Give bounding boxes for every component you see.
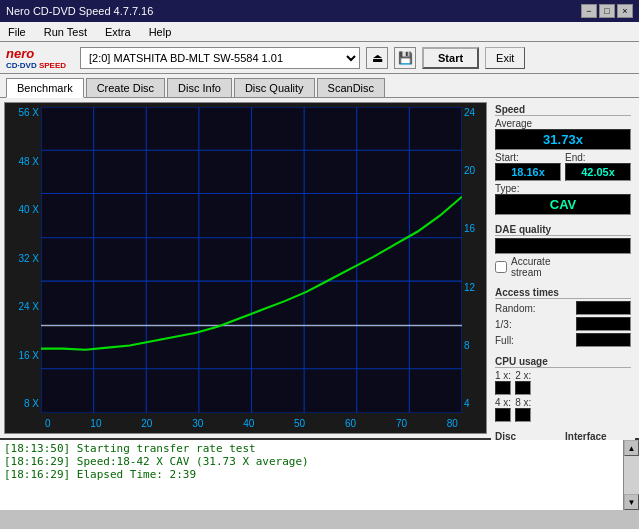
random-label: Random: <box>495 303 536 314</box>
dae-header: DAE quality <box>495 224 631 236</box>
cpu-4x-value <box>495 408 511 422</box>
cpu-1x-value <box>495 381 511 395</box>
cpu-2x-label: 2 x: <box>515 370 531 381</box>
log-line-3: [18:16:29] Elapsed Time: 2:39 <box>4 468 619 481</box>
tab-disc-info[interactable]: Disc Info <box>167 78 232 97</box>
toolbar: nero CD·DVD SPEED [2:0] MATSHITA BD-MLT … <box>0 42 639 74</box>
full-value <box>576 333 631 347</box>
menu-run-test[interactable]: Run Test <box>40 25 91 39</box>
onethird-value <box>576 317 631 331</box>
speed-header: Speed <box>495 104 631 116</box>
onethird-label: 1/3: <box>495 319 512 330</box>
close-btn[interactable]: × <box>617 4 633 18</box>
scroll-down-btn[interactable]: ▼ <box>624 494 639 510</box>
log-line-2: [18:16:29] Speed:18-42 X CAV (31.73 X av… <box>4 455 619 468</box>
dae-value-box <box>495 238 631 254</box>
cpu-8x-label: 8 x: <box>515 397 531 408</box>
tab-benchmark[interactable]: Benchmark <box>6 78 84 98</box>
right-panel: Speed Average 31.73x Start: 18.16x End: … <box>491 98 639 438</box>
x-axis: 0 10 20 30 40 50 60 70 80 <box>41 413 462 433</box>
menu-help[interactable]: Help <box>145 25 176 39</box>
eject-icon-btn[interactable]: ⏏ <box>366 47 388 69</box>
y-axis-left: 56 X 48 X 40 X 32 X 24 X 16 X 8 X <box>5 103 41 413</box>
avg-label: Average <box>495 118 631 129</box>
accurate-stream-row: Accuratestream <box>495 256 631 278</box>
chart-area: 56 X 48 X 40 X 32 X 24 X 16 X 8 X 24 20 … <box>4 102 487 434</box>
access-header: Access times <box>495 287 631 299</box>
type-label: Type: <box>495 183 631 194</box>
cpu-8x-value <box>515 408 531 422</box>
logo: nero CD·DVD SPEED <box>6 46 66 70</box>
cpu-header: CPU usage <box>495 356 631 368</box>
tab-disc-quality[interactable]: Disc Quality <box>234 78 315 97</box>
accurate-stream-checkbox[interactable] <box>495 261 507 273</box>
full-label: Full: <box>495 335 514 346</box>
log-scrollbar: ▲ ▼ <box>623 440 639 510</box>
log-content: [18:13:50] Starting transfer rate test [… <box>0 440 623 510</box>
dae-section: DAE quality Accuratestream <box>491 222 635 280</box>
title-bar: Nero CD-DVD Speed 4.7.7.16 − □ × <box>0 0 639 22</box>
start-button[interactable]: Start <box>422 47 479 69</box>
start-value-box: 18.16x <box>495 163 561 181</box>
random-value <box>576 301 631 315</box>
cpu-1x-label: 1 x: <box>495 370 511 381</box>
avg-value-box: 31.73x <box>495 129 631 150</box>
menu-extra[interactable]: Extra <box>101 25 135 39</box>
tabs-bar: Benchmark Create Disc Disc Info Disc Qua… <box>0 74 639 98</box>
access-section: Access times Random: 1/3: Full: <box>491 285 635 349</box>
cpu-2x-value <box>515 381 531 395</box>
minimize-btn[interactable]: − <box>581 4 597 18</box>
drive-select[interactable]: [2:0] MATSHITA BD-MLT SW-5584 1.01 <box>80 47 360 69</box>
speed-section: Speed Average 31.73x Start: 18.16x End: … <box>491 102 635 217</box>
log-area: [18:13:50] Starting transfer rate test [… <box>0 438 639 510</box>
save-icon-btn[interactable]: 💾 <box>394 47 416 69</box>
end-label: End: <box>565 152 631 163</box>
cpu-4x-label: 4 x: <box>495 397 511 408</box>
tab-create-disc[interactable]: Create Disc <box>86 78 165 97</box>
chart-plot <box>41 107 462 413</box>
scroll-up-btn[interactable]: ▲ <box>624 440 639 456</box>
start-label: Start: <box>495 152 561 163</box>
exit-button[interactable]: Exit <box>485 47 525 69</box>
menu-bar: File Run Test Extra Help <box>0 22 639 42</box>
menu-file[interactable]: File <box>4 25 30 39</box>
maximize-btn[interactable]: □ <box>599 4 615 18</box>
cpu-section: CPU usage 1 x: 2 x: 4 x: 8 x: <box>491 354 635 424</box>
tab-scan-disc[interactable]: ScanDisc <box>317 78 385 97</box>
log-line-1: [18:13:50] Starting transfer rate test <box>4 442 619 455</box>
end-value-box: 42.05x <box>565 163 631 181</box>
type-value-box: CAV <box>495 194 631 215</box>
title-text: Nero CD-DVD Speed 4.7.7.16 <box>6 5 153 17</box>
y-axis-right: 24 20 16 12 8 4 <box>462 103 486 413</box>
main-content: 56 X 48 X 40 X 32 X 24 X 16 X 8 X 24 20 … <box>0 98 639 438</box>
